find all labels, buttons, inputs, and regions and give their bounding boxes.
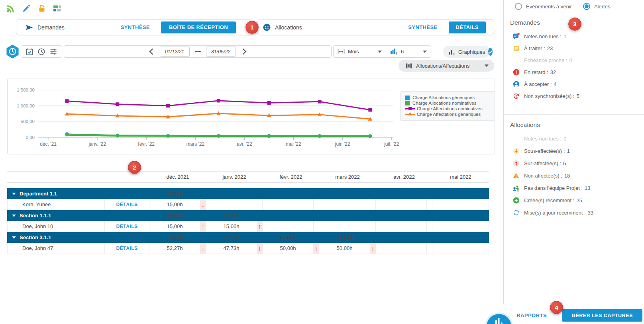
svg-text:févr. '22: févr. '22 (138, 141, 155, 147)
legend-item: Charge Affectations nominatives (405, 106, 492, 111)
details-link[interactable]: DÉTAILS (116, 246, 138, 251)
hours-cell (376, 221, 427, 232)
hours-cell (263, 188, 314, 199)
details-link[interactable]: DÉTAILS (116, 202, 138, 207)
group-row[interactable]: Section 1.1.115,00h15,00h (7, 210, 489, 221)
legend-label: Charge Affectations nominatives (417, 106, 483, 111)
lock-icon[interactable] (37, 3, 47, 14)
prev-period-chevron-icon[interactable] (149, 49, 155, 55)
width-icon (338, 49, 345, 55)
face-icon (263, 23, 271, 31)
alert-label: À accepter : (524, 81, 552, 87)
row-name: Doe, John 10 (7, 221, 105, 232)
collapse-caret-icon[interactable] (12, 215, 16, 217)
alert-count: 1 (564, 33, 566, 39)
group-row[interactable]: Section 3.1.152,27h47,73h50,00h50,00h (7, 232, 489, 243)
alert-item[interactable]: Créée(s) récemment :25 (512, 194, 593, 207)
trend-cell (370, 188, 376, 199)
trend-cell (257, 199, 263, 210)
alert-label: Pas dans l'équipe Projet : (524, 185, 583, 191)
layers-icon[interactable] (52, 3, 63, 14)
row-name: Section 1.1.1 (7, 210, 105, 221)
alert-item[interactable]: Non affectée(s) :18 (512, 170, 593, 182)
events-radio-label[interactable]: Événements à venir (526, 4, 572, 10)
hours-cell: 15,00h (206, 210, 257, 221)
none-icon (512, 57, 520, 64)
load-chart-card: 0,00500,001 000,001 500,00déc. '21janv. … (7, 78, 495, 154)
trend-cell (200, 188, 206, 199)
hours-cell (432, 188, 483, 199)
load-table: Department 1.115,00hKorn, YuneeDÉTAILS15… (7, 188, 489, 254)
calendar-check-icon[interactable] (26, 48, 33, 56)
columns-dropdown[interactable]: Allocations/Affectations (399, 60, 494, 72)
chart-bars-icon (449, 49, 455, 55)
group-row[interactable]: Department 1.115,00h (7, 188, 489, 199)
chevron-down-icon (423, 51, 427, 53)
trend-cell (200, 232, 206, 243)
clock-icon[interactable] (37, 48, 45, 56)
legend-label: Charge Allocations nominatives (412, 101, 476, 105)
svg-text:500,00: 500,00 (21, 119, 35, 124)
chevron-down-icon (485, 64, 489, 67)
pencil-icon[interactable] (21, 3, 31, 14)
alert-item[interactable]: Sur-affectée(s) :6 (512, 157, 593, 170)
hours-cell: 50,00h (319, 232, 370, 243)
alert-item[interactable]: Notes non lues :1 (512, 30, 579, 42)
events-radio[interactable] (515, 3, 522, 10)
hours-cell: 15,00h (149, 210, 200, 221)
sidebar-filter-radios: Événements à venir Alertes (515, 3, 617, 10)
alerts-radio-label[interactable]: Alertes (594, 4, 610, 10)
alert-count: 13 (585, 185, 590, 191)
data-point (318, 135, 322, 138)
rapports-link[interactable]: RAPPORTS (516, 312, 547, 318)
collapse-caret-icon[interactable] (12, 236, 16, 239)
rss-icon[interactable] (6, 3, 16, 14)
trend-cell (257, 210, 263, 221)
alert-item[interactable]: À accepter :4 (512, 78, 579, 90)
alert-count: 1 (567, 148, 569, 154)
manage-captures-button[interactable]: GÉRER LES CAPTURES (562, 309, 642, 322)
svg-text:mars '22: mars '22 (186, 141, 204, 147)
next-period-chevron-icon[interactable] (240, 49, 246, 55)
month-column-header: mars 2022 (319, 174, 376, 180)
hours-cell: 15,00h (149, 221, 200, 232)
hours-cell (376, 210, 427, 221)
alert-item[interactable]: À traiter :23 (512, 42, 579, 54)
periods-count-dropdown[interactable]: 6 (386, 46, 431, 57)
demandes-card-title: Demandes (37, 24, 65, 31)
alert-item[interactable]: Non synchronisée(s) :5 (512, 90, 579, 102)
alerts-radio[interactable] (583, 3, 590, 10)
chevron-down-icon (378, 51, 382, 53)
hours-cell: 47,73h (206, 232, 257, 243)
time-scale-dropdown[interactable]: Mois (334, 46, 386, 57)
details-link[interactable]: DÉTAILS (116, 224, 138, 229)
demandes-synthese-link[interactable]: SYNTHÈSE (121, 24, 150, 30)
date-to-input[interactable]: 31/05/22 (206, 47, 236, 57)
collapse-caret-icon[interactable] (12, 193, 16, 195)
plus-green-icon (512, 197, 520, 204)
alert-item[interactable]: Mise(s) à jour récemment :33 (512, 207, 593, 219)
row-name: Section 3.1.1 (7, 232, 105, 243)
hours-cell (432, 221, 483, 232)
demandes-inbox-button[interactable]: BOÎTE DE RÉCEPTION (161, 21, 236, 33)
alert-count: 4 (554, 81, 556, 87)
time-scale-hexagon-button[interactable] (6, 45, 19, 59)
scale-settings-group: Mois 6 (333, 45, 431, 58)
sidebar-allocations-title: Allocations (510, 121, 540, 129)
hours-cell (376, 188, 427, 199)
chart-fab-button[interactable] (487, 314, 511, 324)
alert-item[interactable]: Pas dans l'équipe Projet :13 (512, 182, 593, 194)
svg-text:avr. '22: avr. '22 (237, 141, 252, 147)
allocations-synthese-link[interactable]: SYNTHÈSE (408, 24, 437, 30)
date-from-input[interactable]: 01/12/21 (160, 47, 190, 57)
graphiques-toggle[interactable]: Graphiques (443, 46, 490, 58)
month-column-header: mai 2022 (432, 174, 489, 180)
details-cell (105, 210, 149, 221)
hours-cell (206, 188, 257, 199)
trend-cell (427, 210, 432, 221)
alert-item[interactable]: En retard :32 (512, 66, 579, 78)
sliders-icon[interactable] (49, 48, 57, 56)
allocations-details-button[interactable]: DÉTAILS (449, 21, 486, 33)
hours-cell (263, 199, 314, 210)
alert-item[interactable]: Sous-affectée(s) :1 (512, 145, 593, 157)
